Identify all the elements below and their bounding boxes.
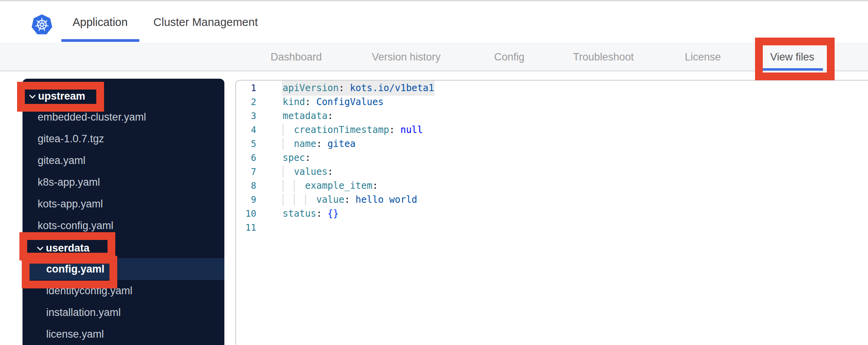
tree-row-label: embedded-cluster.yaml [38, 111, 146, 123]
tree-row-label: installation.yaml [46, 307, 121, 318]
code-line[interactable]: 8 example_item: [236, 179, 868, 193]
tree-row-label: kots-app.yaml [38, 198, 103, 210]
indent-guide [283, 166, 283, 178]
tree-row-label: k8s-app.yaml [38, 176, 100, 188]
code-line[interactable]: 10 status: {} [236, 207, 868, 221]
code-text: creationTimestamp: null [283, 123, 423, 137]
indent-guide [305, 194, 306, 205]
top-tab-cluster-management[interactable]: Cluster Management [153, 1, 258, 42]
line-number: 2 [236, 95, 256, 109]
tree-row-config-yaml[interactable]: config.yaml [23, 258, 224, 280]
app-subnav: DashboardVersion historyConfigTroublesho… [0, 43, 868, 71]
file-viewer-panel: 1 apiVersion: kots.io/v1beta1 2 kind: Co… [235, 80, 868, 345]
line-number: 5 [236, 137, 256, 151]
code-line[interactable]: 7 values: [236, 165, 868, 179]
subnav-item-version-history[interactable]: Version history [372, 43, 441, 71]
code-line[interactable]: 6 spec: [236, 151, 868, 165]
code-line[interactable]: 11 [236, 221, 868, 235]
code-text: name: gitea [283, 137, 356, 151]
code-text: values: [283, 165, 333, 179]
tree-row-label: license.yaml [46, 328, 104, 340]
line-number: 9 [236, 193, 256, 207]
code-line[interactable]: 5 name: gitea [236, 137, 868, 151]
tree-row-label: identityconfig.yaml [46, 285, 132, 297]
file-tree-sidebar: upstream embedded-cluster.yaml gitea-1.0… [23, 79, 224, 345]
tree-row-kots-app-yaml[interactable]: kots-app.yaml [23, 193, 224, 215]
tree-row-gitea-yaml[interactable]: gitea.yaml [23, 150, 224, 171]
code-text: value: hello world [283, 193, 417, 207]
file-tree: upstream embedded-cluster.yaml gitea-1.0… [23, 85, 224, 345]
line-number: 4 [236, 123, 256, 137]
tree-row-label: upstream [38, 90, 85, 102]
indent-guide [283, 194, 283, 205]
line-number: 6 [236, 151, 256, 165]
indent-guide [283, 138, 283, 150]
chevron-down-icon [37, 236, 43, 258]
subnav-item-license[interactable]: License [685, 43, 721, 71]
code-text: status: {} [283, 207, 339, 221]
app-header: ApplicationCluster Management [0, 0, 868, 44]
line-number: 3 [236, 109, 256, 123]
tree-row-k8s-app-yaml[interactable]: k8s-app.yaml [23, 171, 224, 193]
code-text: example_item: [283, 179, 378, 193]
line-number: 7 [236, 165, 256, 179]
tree-row-gitea-1-0-7-tgz[interactable]: gitea-1.0.7.tgz [23, 128, 224, 150]
subnav-item-view-files[interactable]: View files [770, 43, 814, 71]
tree-row-upstream[interactable]: upstream [23, 85, 224, 106]
code-editor[interactable]: 1 apiVersion: kots.io/v1beta1 2 kind: Co… [236, 81, 868, 235]
tree-row-label: kots-config.yaml [38, 220, 113, 231]
code-text: spec: [283, 151, 311, 165]
subnav-item-config[interactable]: Config [494, 43, 524, 71]
code-text: metadata: [283, 109, 333, 123]
tree-row-license-yaml[interactable]: license.yaml [23, 323, 224, 345]
code-text: apiVersion: kots.io/v1beta1 [283, 81, 434, 95]
code-text: kind: ConfigValues [283, 95, 384, 109]
tree-row-embedded-cluster-yaml[interactable]: embedded-cluster.yaml [23, 106, 224, 128]
tree-row-identityconfig-yaml[interactable]: identityconfig.yaml [23, 280, 224, 302]
tree-row-kots-config-yaml[interactable]: kots-config.yaml [23, 215, 224, 236]
line-number: 1 [236, 81, 256, 95]
code-line[interactable]: 1 apiVersion: kots.io/v1beta1 [236, 81, 868, 95]
indent-guide [283, 180, 283, 191]
code-line[interactable]: 9 value: hello world [236, 193, 868, 207]
tree-row-installation-yaml[interactable]: installation.yaml [23, 302, 224, 323]
line-number: 8 [236, 179, 256, 193]
indent-guide [294, 180, 295, 191]
code-line[interactable]: 4 creationTimestamp: null [236, 123, 868, 137]
code-line[interactable]: 3 metadata: [236, 109, 868, 123]
tree-row-label: userdata [46, 242, 90, 254]
subnav-item-troubleshoot[interactable]: Troubleshoot [573, 43, 634, 71]
tree-row-userdata[interactable]: userdata [23, 236, 224, 258]
line-number: 11 [236, 221, 256, 235]
tree-row-label: gitea-1.0.7.tgz [38, 133, 104, 145]
indent-guide [283, 124, 283, 136]
indent-guide [294, 194, 295, 205]
subnav-item-dashboard[interactable]: Dashboard [271, 43, 322, 71]
kubernetes-logo-icon[interactable] [31, 14, 53, 36]
top-tab-application[interactable]: Application [73, 1, 128, 42]
code-line[interactable]: 2 kind: ConfigValues [236, 95, 868, 109]
tree-row-label: config.yaml [46, 263, 104, 275]
chevron-down-icon [29, 85, 36, 106]
tree-row-label: gitea.yaml [38, 155, 85, 166]
line-number: 10 [236, 207, 256, 221]
